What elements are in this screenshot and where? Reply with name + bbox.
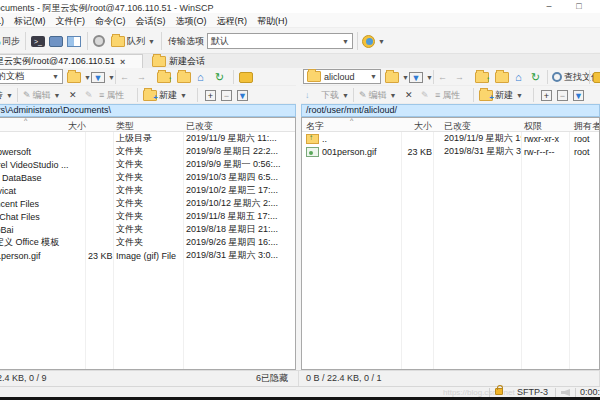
add-to-queue-button[interactable]	[49, 33, 63, 49]
remote-filter-toggle[interactable]: ▼	[573, 87, 584, 103]
column-header-owner[interactable]: 拥有者	[574, 120, 600, 133]
file-row[interactable]: .. 上级目录 2019/11/9 星期六 11:...	[0, 132, 295, 145]
toolbar-separator	[25, 32, 26, 50]
open-folder-icon	[385, 72, 399, 83]
remote-collapse-button[interactable]: −	[557, 87, 568, 103]
remote-navigation-toolbar: alicloud▼ ▼ ▼▼ ← → ↑ ⌂ ↻ 查找文件	[301, 68, 600, 86]
file-modified: 2019/11/9 星期六 11:...	[184, 132, 295, 145]
remote-new-button[interactable]: +新建▼	[479, 87, 523, 103]
column-divider	[113, 132, 114, 369]
panel-layout-button[interactable]	[67, 33, 81, 49]
file-modified: 2019/10/3 星期四 6:5...	[184, 171, 295, 184]
remote-root-dir-button[interactable]	[495, 69, 509, 85]
remote-properties-button[interactable]: ≡属性	[435, 87, 460, 103]
file-row[interactable]: Corel VideoStudio ... 文件夹 2019/9/9 星期一 0…	[0, 158, 295, 171]
file-row[interactable]: TaoBai 文件夹 2019/8/18 星期日 21:...	[0, 223, 295, 236]
new-session-icon	[152, 56, 166, 67]
edit-icon: ✎	[359, 90, 367, 100]
transfer-options-label: 传输选项	[168, 33, 204, 49]
preferences-button[interactable]	[93, 33, 105, 49]
file-name: TaoBai	[0, 225, 14, 235]
file-row[interactable]: 001person.gif 23 KB 2019/8/31 星期六 3:04..…	[302, 145, 599, 158]
remote-drive-value: alicloud	[324, 72, 355, 82]
maximize-button[interactable]: □	[567, 1, 591, 12]
file-size: 23 KB	[86, 251, 114, 261]
local-link-button[interactable]	[239, 69, 253, 85]
local-properties-button[interactable]: ≡属性	[99, 87, 124, 103]
file-type: 文件夹	[114, 171, 184, 184]
local-root-dir-button[interactable]	[177, 69, 191, 85]
local-expand-button[interactable]: +	[205, 87, 216, 103]
file-row[interactable]: WeChat Files 文件夹 2019/11/8 星期五 17:...	[0, 210, 295, 223]
status-bar: https://blog.csdn.net SFTP-3 0:00:	[0, 386, 600, 397]
local-address-bar[interactable]: C:\Users\Administrator\Documents\	[0, 104, 296, 117]
file-row[interactable]: 自定义 Office 模板 文件夹 2019/9/26 星期四 16:...	[0, 236, 295, 249]
download-button[interactable]: ↓下载▼	[305, 87, 349, 103]
local-new-button[interactable]: +新建▼	[143, 87, 187, 103]
new-session-tab[interactable]: 新建会话	[147, 54, 210, 68]
queue-button[interactable]: 队列▼	[111, 33, 155, 49]
local-back-button[interactable]: ←	[120, 69, 129, 85]
file-modified: 2019/11/8 星期五 17:...	[184, 210, 295, 223]
main-toolbar: ↻ ↻同步 >_ 队列▼ 传输选项 默认▼ ▼	[0, 28, 600, 54]
collapse-icon: −	[221, 90, 232, 101]
local-open-dir-button[interactable]: ▼	[67, 69, 91, 85]
local-home-button[interactable]: ⌂	[197, 69, 204, 85]
local-forward-button[interactable]: →	[137, 69, 146, 85]
synchronize-button[interactable]: ↻同步	[0, 33, 20, 49]
remote-link-button[interactable]	[593, 69, 600, 85]
file-row[interactable]: 001person.gif 23 KB Image (gif) File 201…	[0, 249, 295, 262]
toolbar-separator	[433, 70, 434, 84]
remote-filter-button[interactable]: ▼▼	[409, 69, 433, 85]
file-modified: 2019/8/31 星期六 3:0...	[184, 249, 295, 262]
local-filter-button[interactable]: ▼▼	[91, 69, 115, 85]
column-header-size[interactable]: 大小	[68, 120, 86, 133]
close-session-icon[interactable]: ×	[118, 57, 125, 67]
session-color-button[interactable]: ▼	[362, 33, 385, 49]
local-delete-button[interactable]: ✕	[69, 87, 77, 103]
filter-toggle-icon: ▼	[237, 90, 248, 101]
file-name: Tencent Files	[0, 199, 39, 209]
transfer-preset-select[interactable]: 默认▼	[207, 33, 353, 49]
root-dir-icon	[495, 72, 509, 83]
remote-open-dir-button[interactable]: ▼	[385, 69, 409, 85]
remote-edit-button[interactable]: ✎编辑▼	[359, 87, 396, 103]
local-collapse-button[interactable]: −	[221, 87, 232, 103]
column-header-perm[interactable]: 权限	[524, 120, 542, 133]
local-parent-dir-button[interactable]: ↑	[157, 69, 171, 85]
column-header-size[interactable]: 大小	[414, 120, 432, 133]
open-folder-icon	[67, 72, 81, 83]
remote-delete-button[interactable]: ✕	[405, 87, 413, 103]
local-rename-button[interactable]: ✎	[85, 87, 93, 103]
remote-address-bar[interactable]: /root/user/mnt/alicloud/	[301, 104, 600, 117]
open-terminal-button[interactable]: >_	[31, 33, 45, 49]
local-drive-select[interactable]: 我的文档▼	[0, 69, 63, 84]
remote-refresh-button[interactable]: ↻	[531, 69, 540, 85]
remote-back-button[interactable]: ←	[438, 69, 447, 85]
file-row[interactable]: Apowersoft 文件夹 2019/9/8 星期日 22:2...	[0, 145, 295, 158]
file-row[interactable]: Navicat 文件夹 2019/10/2 星期三 17:...	[0, 184, 295, 197]
minimize-button[interactable]: –	[537, 1, 561, 12]
remote-drive-select[interactable]: alicloud▼	[303, 69, 381, 84]
column-header-modified[interactable]: 已改变	[444, 120, 471, 133]
remote-forward-button[interactable]: →	[455, 69, 464, 85]
upload-button[interactable]: ↑上传▼	[0, 87, 13, 103]
column-divider	[401, 132, 402, 369]
properties-label: 属性	[442, 89, 460, 102]
file-row[interactable]: .. 2019/11/9 星期六 19:5... rwxr-xr-x root	[302, 132, 599, 145]
local-refresh-button[interactable]: ↻	[215, 69, 224, 85]
local-edit-button[interactable]: ✎编辑▼	[23, 87, 60, 103]
file-type: 文件夹	[114, 236, 184, 249]
column-header-name[interactable]: 名字	[306, 120, 324, 133]
remote-expand-button[interactable]: +	[541, 87, 552, 103]
local-filter-toggle[interactable]: ▼	[237, 87, 248, 103]
file-row[interactable]: Tencent Files 文件夹 2019/10/12 星期六 2:...	[0, 197, 295, 210]
watermark-text: https://blog.csdn.net	[443, 388, 515, 397]
remote-parent-dir-button[interactable]: ↑	[475, 69, 489, 85]
column-header-type[interactable]: 类型	[116, 120, 134, 133]
column-header-modified[interactable]: 已改变	[186, 120, 213, 133]
remote-home-button[interactable]: ⌂	[515, 69, 522, 85]
file-row[interactable]: MS DataBase 文件夹 2019/10/3 星期四 6:5...	[0, 171, 295, 184]
session-tab[interactable]: 阿里云实例/root@47.106.110.51 ×	[0, 54, 143, 68]
remote-rename-button[interactable]: ✎	[421, 87, 429, 103]
